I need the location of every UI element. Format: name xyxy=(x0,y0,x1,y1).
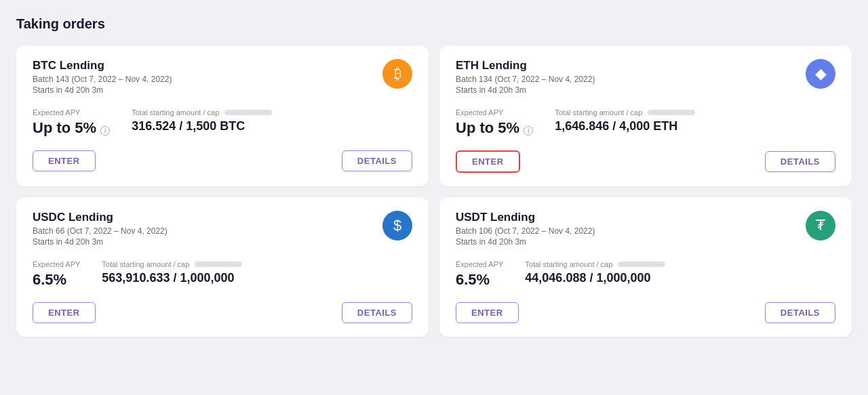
card-starts: Starts in 4d 20h 3m xyxy=(456,85,595,95)
info-icon[interactable]: i xyxy=(100,126,110,136)
cap-label-row: Total starting amount / cap xyxy=(525,260,665,268)
cap-label: Total starting amount / cap xyxy=(132,108,219,117)
cap-label: Total starting amount / cap xyxy=(555,108,642,117)
card-stats: Expected APY Up to 5% i Total starting a… xyxy=(456,108,835,137)
details-button-eth[interactable]: DETAILS xyxy=(765,151,835,172)
cap-block: Total starting amount / cap 44,046.088 /… xyxy=(525,260,665,289)
apy-value: Up to 5% i xyxy=(456,119,533,137)
apy-block: Expected APY Up to 5% i xyxy=(33,108,110,137)
card-stats: Expected APY Up to 5% i Total starting a… xyxy=(33,108,412,137)
apy-label: Expected APY xyxy=(456,260,503,268)
apy-value: Up to 5% i xyxy=(33,119,110,137)
enter-button-usdt[interactable]: ENTER xyxy=(456,302,519,323)
progress-bar xyxy=(618,262,665,267)
cap-value: 563,910.633 / 1,000,000 xyxy=(102,271,242,285)
cap-label-row: Total starting amount / cap xyxy=(555,108,695,117)
enter-button-eth[interactable]: ENTER xyxy=(456,150,520,173)
apy-block: Expected APY Up to 5% i xyxy=(456,108,533,137)
card-title: USDT Lending xyxy=(456,211,595,224)
card-actions: ENTER DETAILS xyxy=(33,150,412,171)
enter-button-btc[interactable]: ENTER xyxy=(33,150,96,171)
card-header: USDT Lending Batch 106 (Oct 7, 2022 – No… xyxy=(456,211,835,247)
info-icon[interactable]: i xyxy=(524,126,533,136)
card-starts: Starts in 4d 20h 3m xyxy=(33,85,172,95)
card-title-block: USDC Lending Batch 66 (Oct 7, 2022 – Nov… xyxy=(33,211,167,247)
card-title-block: ETH Lending Batch 134 (Oct 7, 2022 – Nov… xyxy=(456,59,595,95)
page-title: Taking orders xyxy=(16,16,852,32)
cap-block: Total starting amount / cap 563,910.633 … xyxy=(102,260,242,289)
card-eth: ETH Lending Batch 134 (Oct 7, 2022 – Nov… xyxy=(439,45,852,186)
cap-value: 1,646.846 / 4,000 ETH xyxy=(555,119,695,133)
cap-label-row: Total starting amount / cap xyxy=(102,260,242,268)
progress-bar xyxy=(224,110,272,115)
cap-block: Total starting amount / cap 1,646.846 / … xyxy=(555,108,695,137)
enter-button-usdc[interactable]: ENTER xyxy=(33,302,96,323)
apy-value: 6.5% xyxy=(456,271,503,289)
card-batch: Batch 66 (Oct 7, 2022 – Nov 4, 2022) xyxy=(33,226,167,236)
cap-label: Total starting amount / cap xyxy=(102,260,189,268)
card-actions: ENTER DETAILS xyxy=(456,302,835,323)
cap-value: 44,046.088 / 1,000,000 xyxy=(525,271,665,285)
apy-label: Expected APY xyxy=(33,108,110,117)
card-starts: Starts in 4d 20h 3m xyxy=(33,237,167,247)
card-title: BTC Lending xyxy=(33,59,172,72)
coin-icon-eth: ◆ xyxy=(806,59,835,89)
coin-icon-btc: ₿ xyxy=(382,59,412,89)
card-actions: ENTER DETAILS xyxy=(456,150,835,173)
card-batch: Batch 143 (Oct 7, 2022 – Nov 4, 2022) xyxy=(33,75,172,84)
card-batch: Batch 106 (Oct 7, 2022 – Nov 4, 2022) xyxy=(456,226,595,236)
progress-bar xyxy=(195,262,242,267)
cap-value: 316.524 / 1,500 BTC xyxy=(132,119,272,133)
card-usdc: USDC Lending Batch 66 (Oct 7, 2022 – Nov… xyxy=(16,197,429,337)
cap-block: Total starting amount / cap 316.524 / 1,… xyxy=(132,108,272,137)
card-starts: Starts in 4d 20h 3m xyxy=(456,237,595,247)
card-title: ETH Lending xyxy=(456,59,595,72)
coin-icon-usdt: ₮ xyxy=(806,211,835,241)
apy-block: Expected APY 6.5% xyxy=(456,260,503,289)
coin-icon-usdc: $ xyxy=(382,211,412,241)
card-btc: BTC Lending Batch 143 (Oct 7, 2022 – Nov… xyxy=(16,45,429,186)
cards-grid: BTC Lending Batch 143 (Oct 7, 2022 – Nov… xyxy=(16,45,852,337)
details-button-usdt[interactable]: DETAILS xyxy=(765,302,835,323)
apy-label: Expected APY xyxy=(456,108,533,117)
card-batch: Batch 134 (Oct 7, 2022 – Nov 4, 2022) xyxy=(456,75,595,84)
details-button-usdc[interactable]: DETAILS xyxy=(342,302,412,323)
progress-bar xyxy=(648,110,695,115)
details-button-btc[interactable]: DETAILS xyxy=(342,150,412,171)
apy-block: Expected APY 6.5% xyxy=(33,260,80,289)
apy-value: 6.5% xyxy=(33,271,80,289)
card-title-block: BTC Lending Batch 143 (Oct 7, 2022 – Nov… xyxy=(33,59,172,95)
card-header: USDC Lending Batch 66 (Oct 7, 2022 – Nov… xyxy=(33,211,412,247)
card-header: BTC Lending Batch 143 (Oct 7, 2022 – Nov… xyxy=(33,59,412,95)
card-header: ETH Lending Batch 134 (Oct 7, 2022 – Nov… xyxy=(456,59,835,95)
card-actions: ENTER DETAILS xyxy=(33,302,412,323)
cap-label: Total starting amount / cap xyxy=(525,260,612,268)
card-stats: Expected APY 6.5% Total starting amount … xyxy=(33,260,412,289)
apy-label: Expected APY xyxy=(33,260,80,268)
card-stats: Expected APY 6.5% Total starting amount … xyxy=(456,260,835,289)
card-usdt: USDT Lending Batch 106 (Oct 7, 2022 – No… xyxy=(439,197,852,337)
cap-label-row: Total starting amount / cap xyxy=(132,108,272,117)
card-title-block: USDT Lending Batch 106 (Oct 7, 2022 – No… xyxy=(456,211,595,247)
card-title: USDC Lending xyxy=(33,211,167,224)
